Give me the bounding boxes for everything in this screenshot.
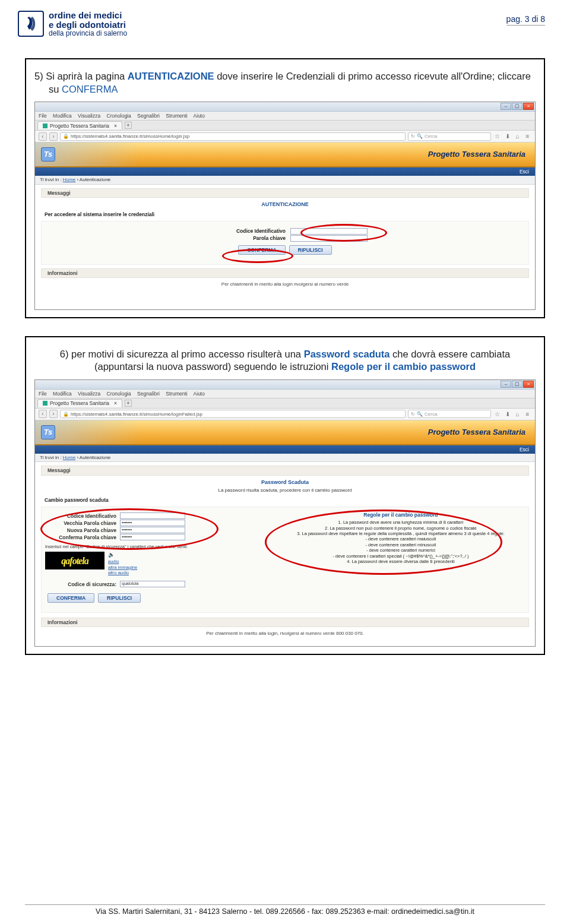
home-icon[interactable]: ⌂ bbox=[514, 410, 521, 418]
minimize-icon[interactable]: – bbox=[501, 381, 511, 388]
menu-tools[interactable]: Strumenti bbox=[166, 391, 187, 397]
pwd-footer-note: Per chiarimenti in merito alla login, ri… bbox=[41, 628, 529, 641]
label-codice-id: Codice Identificativo bbox=[45, 513, 116, 519]
url-text: https://sistemats4.sanita.finanze.it/sim… bbox=[71, 134, 189, 140]
breadcrumb: Ti trovi in : Home › Autenticazione bbox=[35, 176, 535, 185]
pwd-form-column: Codice Identificativo Vecchia Parola chi… bbox=[45, 512, 271, 606]
crumb-home-link[interactable]: Home bbox=[63, 177, 75, 182]
forward-icon[interactable]: › bbox=[49, 132, 58, 141]
menu-history[interactable]: Cronologia bbox=[107, 113, 131, 119]
auth-prompt: Per accedere al sistema inserire le cred… bbox=[41, 210, 529, 221]
menu-bookmarks[interactable]: Segnalibri bbox=[137, 113, 160, 119]
window-titlebar: – ▢ × bbox=[35, 102, 535, 112]
browser-tab[interactable]: Progetto Tessera Sanitaria × bbox=[37, 121, 122, 129]
messaggi-label: Messaggi bbox=[41, 188, 529, 198]
url-toolbar: ‹ › 🔒 https://sistemats4.sanita.finanze.… bbox=[35, 409, 535, 420]
captcha-audio-link[interactable]: audio bbox=[108, 559, 137, 565]
input-confirm-pw[interactable]: ••••••• bbox=[120, 534, 185, 540]
page-number: pag. 3 di 8 bbox=[506, 14, 545, 26]
auth-footer-note: Per chiarimenti in merito alla login riv… bbox=[41, 279, 529, 292]
esci-link[interactable]: Esci bbox=[520, 447, 529, 452]
menu-file[interactable]: File bbox=[39, 113, 47, 119]
captcha-newaudio-link[interactable]: altro audio bbox=[108, 570, 137, 576]
captcha-image: qafotela bbox=[45, 552, 104, 569]
download-icon[interactable]: ⬇ bbox=[504, 410, 511, 418]
esci-link[interactable]: Esci bbox=[520, 169, 529, 175]
menu-tools[interactable]: Strumenti bbox=[166, 113, 187, 119]
tab-row: Progetto Tessera Sanitaria × + bbox=[35, 398, 535, 409]
conferma-button[interactable]: CONFERMA bbox=[238, 245, 285, 255]
ripulisci-button[interactable]: RIPULISCI bbox=[289, 245, 332, 255]
url-field[interactable]: 🔒 https://sistemats4.sanita.finanze.it/s… bbox=[60, 410, 406, 418]
refresh-icon: ↻ bbox=[411, 134, 415, 140]
menu-file[interactable]: File bbox=[39, 391, 47, 397]
site-title: Progetto Tessera Sanitaria bbox=[428, 150, 525, 159]
step6-number: 6) bbox=[60, 349, 69, 359]
close-icon[interactable]: × bbox=[523, 103, 534, 110]
menu-help[interactable]: Aiuto bbox=[194, 113, 205, 119]
logo-line2: e degli odontoiatri bbox=[49, 20, 127, 30]
input-codice-id[interactable] bbox=[120, 512, 185, 519]
maximize-icon[interactable]: ▢ bbox=[512, 103, 522, 110]
minimize-icon[interactable]: – bbox=[501, 103, 511, 110]
rules-title: Regole per il cambio password bbox=[277, 512, 525, 518]
menu-icon[interactable]: ≡ bbox=[524, 132, 531, 140]
input-codice-id[interactable] bbox=[290, 228, 368, 235]
captcha-hint: Inserisci nel campo "Codice di sicurezza… bbox=[45, 544, 271, 549]
pwd-content: Messaggi Password Scaduta La password ri… bbox=[35, 462, 535, 646]
label-parola-chiave: Parola chiave bbox=[202, 235, 286, 242]
tab-close-icon[interactable]: × bbox=[114, 123, 117, 129]
blue-subbar: Esci bbox=[35, 167, 535, 176]
logo-line1: ordine dei medici bbox=[49, 11, 127, 20]
search-field[interactable]: ↻ 🔍 Cerca bbox=[408, 132, 491, 141]
auth-content: Messaggi AUTENTICAZIONE Per accedere al … bbox=[35, 185, 535, 309]
input-old-pw[interactable]: ••••••• bbox=[120, 520, 185, 526]
step6-card: 6) per motivi di sicurezza al primo acce… bbox=[25, 336, 545, 656]
menu-view[interactable]: Visualizza bbox=[78, 113, 100, 119]
back-icon[interactable]: ‹ bbox=[39, 132, 47, 141]
pwd-expired-title: Password Scaduta bbox=[41, 477, 529, 488]
input-new-pw[interactable]: ••••••• bbox=[120, 527, 185, 533]
informazioni-label: Informazioni bbox=[41, 268, 529, 278]
menu-edit[interactable]: Modifica bbox=[53, 391, 72, 397]
menu-view[interactable]: Visualizza bbox=[78, 391, 100, 397]
conferma-button[interactable]: CONFERMA bbox=[48, 593, 94, 603]
input-parola-chiave[interactable] bbox=[290, 235, 368, 242]
home-icon[interactable]: ⌂ bbox=[514, 132, 521, 140]
site-banner: Ts Progetto Tessera Sanitaria bbox=[35, 143, 535, 167]
tab-title: Progetto Tessera Sanitaria bbox=[50, 123, 109, 129]
tab-row: Progetto Tessera Sanitaria × + bbox=[35, 121, 535, 131]
new-tab-button[interactable]: + bbox=[125, 122, 132, 129]
search-icon-label: 🔍 bbox=[417, 412, 423, 417]
close-icon[interactable]: × bbox=[523, 381, 534, 388]
crumb-home-link[interactable]: Home bbox=[63, 455, 75, 460]
menu-edit[interactable]: Modifica bbox=[53, 113, 72, 119]
ts-logo-icon: Ts bbox=[41, 425, 55, 439]
browser-tab[interactable]: Progetto Tessera Sanitaria × bbox=[37, 399, 122, 407]
menu-help[interactable]: Aiuto bbox=[194, 391, 205, 397]
new-tab-button[interactable]: + bbox=[125, 400, 132, 407]
star-icon[interactable]: ☆ bbox=[493, 132, 501, 140]
search-field[interactable]: ↻ 🔍 Cerca bbox=[408, 410, 491, 418]
refresh-icon: ↻ bbox=[411, 412, 415, 417]
url-field[interactable]: 🔒 https://sistemats4.sanita.finanze.it/s… bbox=[60, 132, 406, 141]
star-icon[interactable]: ☆ bbox=[493, 410, 501, 418]
menu-history[interactable]: Cronologia bbox=[107, 391, 131, 397]
ripulisci-button[interactable]: RIPULISCI bbox=[98, 593, 141, 603]
menu-icon[interactable]: ≡ bbox=[524, 410, 531, 418]
input-codice-sicurezza[interactable]: qualotola bbox=[120, 581, 185, 587]
browser-menubar: File Modifica Visualizza Cronologia Segn… bbox=[35, 112, 535, 121]
menu-bookmarks[interactable]: Segnalibri bbox=[137, 391, 160, 397]
site-banner: Ts Progetto Tessera Sanitaria bbox=[35, 420, 535, 445]
label-confirm-pw: Conferma Parola chiave bbox=[45, 534, 116, 540]
step6-text: 6) per motivi di sicurezza al primo acce… bbox=[34, 348, 536, 374]
url-toolbar: ‹ › 🔒 https://sistemats4.sanita.finanze.… bbox=[35, 131, 535, 143]
forward-icon[interactable]: › bbox=[49, 410, 58, 418]
maximize-icon[interactable]: ▢ bbox=[512, 381, 522, 388]
tab-close-icon[interactable]: × bbox=[114, 400, 117, 406]
captcha-newimg-link[interactable]: altra immagine bbox=[108, 565, 137, 571]
label-codice-id: Codice Identificativo bbox=[202, 228, 286, 235]
lock-icon: 🔒 bbox=[63, 412, 69, 417]
back-icon[interactable]: ‹ bbox=[39, 410, 47, 418]
download-icon[interactable]: ⬇ bbox=[504, 132, 511, 140]
